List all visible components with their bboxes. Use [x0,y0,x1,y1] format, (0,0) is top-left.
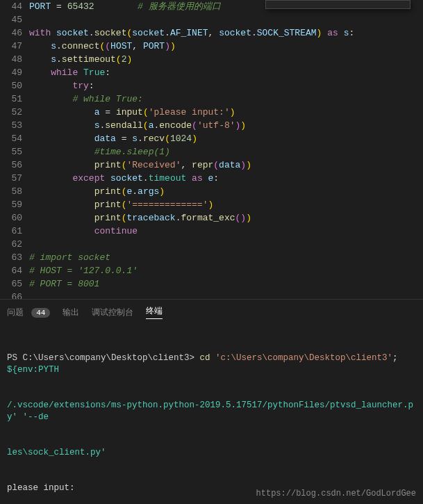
terminal-line: PS C:\Users\company\Desktop\client3> cd … [7,352,416,376]
terminal-line: les\sock_client.py' [7,447,416,459]
tab-output[interactable]: 输出 [63,307,79,318]
find-widget[interactable] [265,0,410,9]
tab-debug[interactable]: 调试控制台 [92,307,133,318]
terminal-panel[interactable]: PS C:\Users\company\Desktop\client3> cd … [0,325,423,504]
problems-badge: 44 [31,308,50,318]
panel-tabs: 问题 44 输出 调试控制台 终端 [0,299,423,325]
tab-problems[interactable]: 问题 44 [7,307,50,318]
watermark: https://blog.csdn.net/GodLordGee [256,489,416,498]
line-gutter: 4445464748495051525354555657585960616263… [0,0,29,299]
tab-terminal[interactable]: 终端 [146,305,163,319]
code-content[interactable]: PORT = 65432 # 服务器使用的端口 with socket.sock… [29,0,423,299]
terminal-line: /.vscode/extensions/ms-python.python-201… [7,400,416,423]
code-editor[interactable]: 4445464748495051525354555657585960616263… [0,0,423,299]
